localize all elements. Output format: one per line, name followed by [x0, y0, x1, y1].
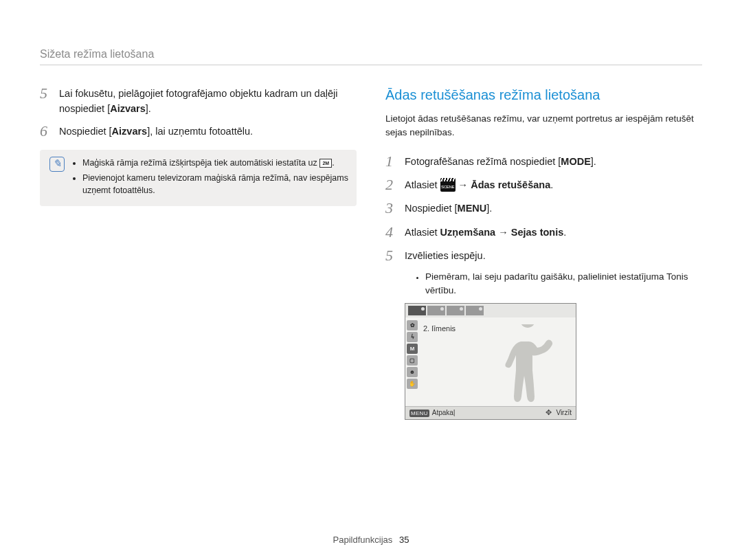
mode-icon: ✿: [407, 320, 418, 331]
page-footer: Papildfunkcijas 35: [0, 535, 742, 545]
example-item: Piemēram, lai seju padarītu gaišāku, pal…: [425, 270, 702, 297]
person-silhouette: [500, 324, 555, 407]
text: ].: [591, 156, 596, 167]
step-text: Nospiediet [Aizvars], lai uzņemtu fotoat…: [59, 122, 357, 140]
note-box: ✎ Maģiskā rāmja režīmā izšķirtspēja tiek…: [40, 150, 357, 206]
step-text: Atlasiet SCENE → Ādas retušēšana.: [405, 176, 702, 194]
step-number: 2: [385, 176, 405, 194]
button-label: MENU: [458, 203, 487, 214]
tone-preset-icon: [408, 306, 426, 315]
text: Izvēlieties iespēju.: [405, 250, 486, 261]
section-header: Sižeta režīma lietošana: [40, 48, 702, 65]
option-label: Uzņemšana: [440, 227, 496, 238]
arrow: →: [456, 179, 471, 190]
text: Atlasiet: [405, 179, 440, 190]
step-5r: 5 Izvēlieties iespēju.: [385, 247, 702, 265]
text: Lai fokusētu, pielāgojiet fotografējamo …: [59, 88, 337, 114]
subsection-heading: Ādas retušēšanas režīma lietošana: [385, 85, 702, 105]
note-item: Pievienojot kameru televizoram maģiskā r…: [82, 172, 348, 197]
tone-preset-icon: [447, 306, 464, 315]
button-label: MODE: [561, 156, 591, 167]
step-text: Atlasiet Uzņemšana → Sejas tonis.: [405, 223, 702, 241]
step-text: Lai fokusētu, pielāgojiet fotografējamo …: [59, 85, 357, 117]
tone-preset-icon: [466, 306, 484, 315]
arrow: →: [495, 227, 511, 238]
back-label: Atpakaļ: [432, 409, 455, 416]
text: Maģiskā rāmja režīmā izšķirtspēja tiek a…: [82, 158, 319, 168]
step-number: 3: [385, 199, 405, 217]
scene-icon: SCENE: [440, 179, 456, 192]
step-5: 5 Lai fokusētu, pielāgojiet fotografējam…: [40, 85, 357, 117]
step-text: Fotografēšanas režīmā nospiediet [MODE].: [405, 153, 702, 170]
text: ], lai uzņemtu fotoattēlu.: [147, 126, 253, 137]
screen-side-icons: ✿ ϟ M ▢ ☻ ✋: [407, 320, 419, 389]
step-number: 5: [385, 247, 405, 265]
step-1: 1 Fotografēšanas režīmā nospiediet [MODE…: [385, 153, 702, 170]
screen-top-row: [405, 304, 576, 317]
button-label: Aizvars: [112, 126, 148, 137]
intro-text: Lietojot ādas retušēšanas režīmu, var uz…: [385, 112, 702, 140]
text: Atlasiet: [405, 227, 440, 238]
info-icon: ✎: [49, 157, 65, 172]
step-number: 4: [385, 223, 405, 241]
step-2: 2 Atlasiet SCENE → Ādas retušēšana.: [385, 176, 702, 194]
face-icon: ☻: [407, 367, 418, 377]
metering-icon: M: [407, 344, 418, 354]
flash-icon: ϟ: [407, 332, 418, 342]
back-group: MENUAtpakaļ: [409, 407, 455, 418]
text: .: [332, 158, 334, 168]
text: .: [563, 227, 566, 238]
text: .: [550, 179, 553, 190]
level-label: 2. līmenis: [423, 323, 456, 335]
text: Nospiediet [: [59, 126, 112, 137]
dpad-icon: [546, 408, 553, 415]
step-number: 5: [40, 85, 59, 117]
text: ].: [146, 103, 151, 114]
text: Pievienojot kameru televizoram maģiskā r…: [82, 173, 348, 195]
right-column: Ādas retušēšanas režīma lietošana Lietoj…: [385, 85, 702, 420]
step-4: 4 Atlasiet Uzņemšana → Sejas tonis.: [385, 223, 702, 241]
step-number: 6: [40, 122, 59, 140]
option-label: Sejas tonis: [511, 227, 564, 238]
button-label: Aizvars: [110, 103, 146, 114]
step-number: 1: [385, 153, 405, 170]
option-label: Ādas retušēšana: [471, 179, 550, 190]
move-label: Virzīt: [556, 409, 572, 416]
left-column: 5 Lai fokusētu, pielāgojiet fotografējam…: [40, 85, 357, 420]
text: Nospiediet [: [405, 203, 458, 214]
resolution-icon: 2M: [319, 159, 332, 168]
tone-preset-icon: [427, 306, 445, 315]
note-list: Maģiskā rāmja režīmā izšķirtspēja tiek a…: [73, 157, 348, 199]
menu-tag: MENU: [409, 410, 429, 417]
camera-screen-illustration: 2. līmenis ✿ ϟ M ▢ ☻ ✋ MENUAtpakaļ: [405, 303, 576, 420]
example-list: Piemēram, lai seju padarītu gaišāku, pal…: [405, 270, 702, 297]
focus-icon: ▢: [407, 355, 418, 366]
step-text: Izvēlieties iespēju.: [405, 247, 702, 265]
text: Fotografēšanas režīmā nospiediet [: [405, 156, 561, 167]
text: ].: [486, 203, 492, 214]
footer-label: Papildfunkcijas: [333, 535, 393, 545]
step-text: Nospiediet [MENU].: [405, 199, 702, 217]
step-6: 6 Nospiediet [Aizvars], lai uzņemtu foto…: [40, 122, 357, 140]
move-group: Virzīt: [546, 407, 572, 418]
screen-bottom-bar: MENUAtpakaļ Virzīt: [405, 406, 576, 419]
step-3: 3 Nospiediet [MENU].: [385, 199, 702, 217]
stabilize-icon: ✋: [407, 379, 418, 389]
note-item: Maģiskā rāmja režīmā izšķirtspēja tiek a…: [82, 157, 348, 169]
page-number: 35: [399, 535, 409, 545]
